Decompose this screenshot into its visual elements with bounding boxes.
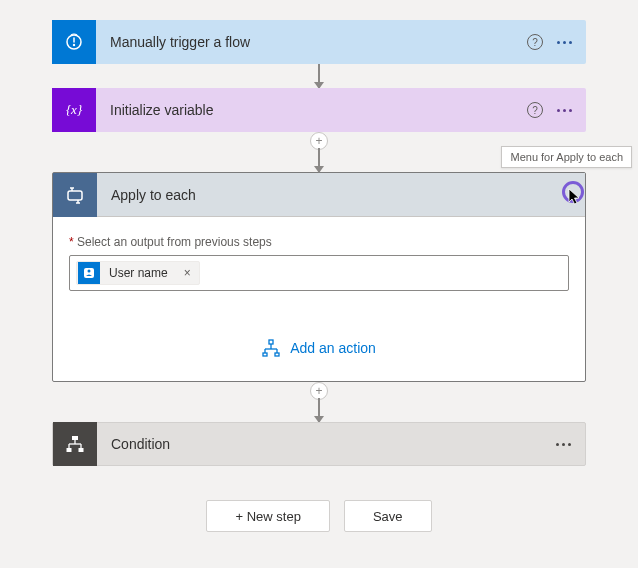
- svg-rect-13: [72, 436, 78, 440]
- token-remove-icon[interactable]: ×: [176, 266, 199, 280]
- svg-rect-18: [67, 448, 72, 452]
- loop-icon: [53, 173, 97, 217]
- menu-icon[interactable]: [556, 443, 571, 446]
- svg-rect-3: [68, 191, 82, 200]
- field-label: * Select an output from previous steps: [69, 235, 569, 249]
- new-step-button[interactable]: + New step: [206, 500, 329, 532]
- apply-title: Apply to each: [97, 187, 571, 203]
- arrow-icon: [318, 64, 320, 88]
- svg-rect-11: [263, 353, 267, 356]
- trigger-card[interactable]: Manually trigger a flow ?: [52, 20, 586, 64]
- initvar-title: Initialize variable: [96, 102, 527, 118]
- tooltip: Menu for Apply to each: [501, 146, 632, 168]
- condition-title: Condition: [97, 436, 556, 452]
- token-icon: [78, 262, 100, 284]
- apply-to-each-card: Apply to each * Select an output from pr…: [52, 172, 586, 382]
- add-action-button[interactable]: Add an action: [69, 339, 569, 357]
- apply-to-each-header[interactable]: Apply to each: [53, 173, 585, 217]
- token-name: User name: [101, 266, 176, 280]
- svg-rect-6: [269, 340, 273, 344]
- menu-icon[interactable]: [557, 109, 572, 112]
- arrow-icon: [318, 148, 320, 172]
- svg-point-5: [88, 270, 91, 273]
- trigger-title: Manually trigger a flow: [96, 34, 527, 50]
- output-select-input[interactable]: User name ×: [69, 255, 569, 291]
- add-action-icon: [262, 339, 280, 357]
- arrow-icon: [318, 398, 320, 422]
- svg-rect-12: [275, 353, 279, 356]
- info-icon[interactable]: ?: [527, 102, 543, 118]
- svg-point-1: [73, 44, 75, 46]
- trigger-icon: [52, 20, 96, 64]
- svg-rect-19: [79, 448, 84, 452]
- initialize-variable-card[interactable]: {x} Initialize variable ?: [52, 88, 586, 132]
- condition-icon: [53, 422, 97, 466]
- condition-card[interactable]: Condition: [52, 422, 586, 466]
- menu-icon[interactable]: [557, 41, 572, 44]
- info-icon[interactable]: ?: [527, 34, 543, 50]
- save-button[interactable]: Save: [344, 500, 432, 532]
- dynamic-token[interactable]: User name ×: [76, 261, 200, 285]
- svg-text:{x}: {x}: [66, 102, 83, 117]
- variable-icon: {x}: [52, 88, 96, 132]
